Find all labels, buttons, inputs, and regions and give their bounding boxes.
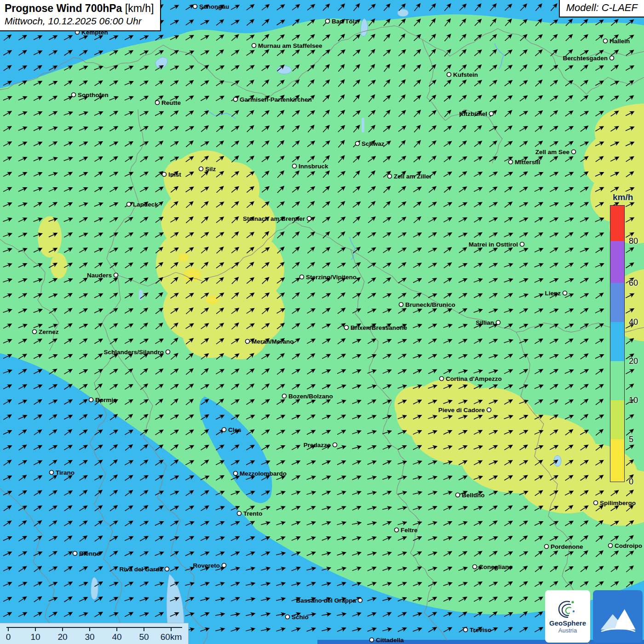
legend-tick-60: 60 bbox=[629, 278, 638, 288]
city-marker bbox=[293, 164, 297, 168]
city-marker bbox=[447, 73, 451, 77]
city-marker bbox=[610, 56, 614, 60]
city-label: Kufstein bbox=[453, 71, 478, 78]
legend-tick-10: 10 bbox=[629, 396, 638, 405]
city-label: Zell am See bbox=[535, 149, 570, 155]
legend-title: km/h bbox=[613, 192, 644, 202]
city-label: Schlanders/Silandro bbox=[104, 349, 164, 356]
legend-tick-0: 0 bbox=[629, 477, 633, 487]
city-marker bbox=[370, 638, 374, 642]
city: Schlanders/Silandro bbox=[104, 349, 170, 356]
city-label: Nauders bbox=[87, 272, 112, 279]
city-label: Innsbruck bbox=[299, 163, 328, 170]
city-marker bbox=[282, 394, 287, 398]
city: Bozen/Bolzano bbox=[282, 393, 333, 400]
city: Conegliano bbox=[473, 564, 513, 570]
city-label: Belluno bbox=[462, 492, 485, 499]
city-marker bbox=[50, 471, 54, 475]
city-label: Predazzo bbox=[304, 442, 331, 448]
city-marker bbox=[473, 565, 477, 569]
geosphere-swirl-icon bbox=[555, 598, 580, 620]
city: Steinach am Brenner bbox=[243, 215, 311, 222]
mountain-icon bbox=[597, 597, 639, 636]
city-marker bbox=[456, 493, 460, 497]
city-label: Cittadella bbox=[376, 637, 404, 644]
city-marker bbox=[222, 564, 226, 568]
city-label: Schongau bbox=[199, 3, 229, 10]
city-label: Codroipo bbox=[615, 542, 642, 549]
city-marker bbox=[114, 273, 118, 277]
city-marker bbox=[222, 428, 226, 432]
city-marker bbox=[199, 167, 203, 171]
city-label: Landeck bbox=[133, 201, 158, 208]
legend-segment-0-5 bbox=[610, 439, 624, 482]
legend-tick-20: 20 bbox=[629, 356, 638, 366]
city: Riva del Garda bbox=[119, 566, 169, 573]
city: Zell am Ziller bbox=[388, 173, 432, 180]
city-label: Conegliano bbox=[479, 564, 513, 570]
scale-label: 60km bbox=[161, 632, 182, 642]
city-label: Bassano del Grappa bbox=[296, 597, 356, 604]
city: Bassano del Grappa bbox=[296, 597, 362, 604]
city-marker bbox=[73, 552, 77, 556]
city-marker bbox=[496, 321, 500, 325]
city-marker bbox=[333, 443, 337, 447]
city-label: Lienz bbox=[545, 290, 561, 297]
city-marker bbox=[165, 567, 169, 571]
city-label: Pieve di Cadore bbox=[438, 407, 485, 414]
city-label: Mittersill bbox=[515, 159, 540, 166]
city-label: Cortina d'Ampezzo bbox=[446, 375, 502, 382]
scale-label: 30 bbox=[85, 632, 94, 642]
city-marker bbox=[563, 291, 567, 295]
city: Meran/Merano bbox=[246, 338, 294, 345]
city-marker bbox=[326, 19, 330, 23]
city-marker bbox=[33, 330, 37, 334]
city-label: Sterzing/Vipiteno bbox=[306, 274, 356, 281]
city-label: Riva del Garda bbox=[119, 566, 163, 573]
city-marker bbox=[237, 512, 242, 516]
city-marker bbox=[572, 150, 576, 154]
forecast-datetime: Mittwoch, 10.12.2025 06:00 Uhr bbox=[5, 16, 154, 27]
city-marker bbox=[545, 545, 549, 549]
city-label: Bad Tölz bbox=[332, 18, 357, 25]
city-label: Zell am Ziller bbox=[394, 173, 432, 180]
city-marker bbox=[345, 326, 349, 330]
city-marker bbox=[307, 217, 311, 221]
weather-map: SchongauBad TölzKemptenMurnau am Staffel… bbox=[0, 0, 644, 644]
legend-segment-above-80 bbox=[610, 206, 624, 241]
city-marker bbox=[127, 202, 131, 207]
city-marker bbox=[193, 5, 197, 9]
city: Bruneck/Brunico bbox=[399, 301, 455, 308]
city: Brixen/Bressanone bbox=[345, 324, 408, 331]
city-marker bbox=[234, 472, 238, 476]
wind-speed-legend: km/h 806040201050 bbox=[610, 192, 644, 482]
city-label: Silz bbox=[205, 166, 216, 172]
city: Pordenone bbox=[545, 543, 583, 550]
legend-segment-60-80 bbox=[610, 241, 624, 283]
scale-label: 10 bbox=[30, 632, 40, 642]
geosphere-logo: GeoSphere Austria bbox=[545, 590, 590, 643]
city: Berchtesgaden bbox=[563, 55, 614, 62]
city-marker bbox=[399, 303, 403, 307]
geosphere-name: GeoSphere bbox=[549, 620, 586, 627]
legend-tick-5: 5 bbox=[629, 435, 633, 444]
city-label: Imst bbox=[168, 171, 181, 178]
city-label: Reutte bbox=[161, 99, 181, 106]
city-marker bbox=[520, 242, 524, 247]
city-marker bbox=[89, 398, 93, 402]
city-label: Bozen/Bolzano bbox=[288, 393, 333, 400]
city-label: Berchtesgaden bbox=[563, 55, 608, 62]
title-unit: [km/h] bbox=[122, 2, 154, 14]
city-label: Matrei in Osttirol bbox=[469, 241, 518, 248]
city-marker bbox=[604, 39, 608, 43]
city-label: Brixen/Bressanone bbox=[351, 324, 408, 331]
city-label: Garmisch-Partenkirchen bbox=[240, 96, 312, 103]
city: Mezzolombardo bbox=[234, 470, 287, 477]
city-label: Schio bbox=[292, 614, 309, 621]
city-marker bbox=[162, 172, 167, 177]
city-label: Bienno bbox=[79, 550, 100, 557]
city: Matrei in Osttirol bbox=[469, 241, 524, 248]
city-marker bbox=[252, 44, 256, 48]
mountain-logo bbox=[593, 590, 643, 643]
city-marker bbox=[72, 93, 76, 97]
